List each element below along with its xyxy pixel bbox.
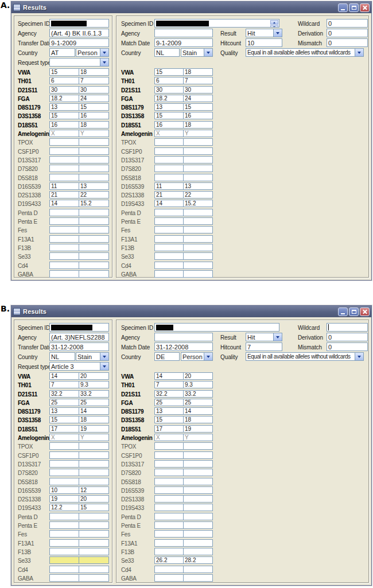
allele-input[interactable] bbox=[79, 252, 109, 260]
allele-input[interactable]: 25 bbox=[49, 399, 79, 406]
allele-input[interactable]: 33.2 bbox=[79, 390, 109, 398]
allele-input[interactable] bbox=[79, 235, 109, 243]
agency-input[interactable] bbox=[154, 333, 213, 341]
allele-input[interactable] bbox=[79, 539, 109, 547]
transfer-date-input[interactable]: 31-12-2008 bbox=[49, 342, 109, 351]
dropdown-button[interactable] bbox=[355, 48, 364, 57]
allele-input[interactable]: 20 bbox=[79, 495, 109, 503]
allele-input[interactable] bbox=[79, 530, 109, 538]
dropdown-button[interactable] bbox=[355, 352, 364, 361]
specimen-id-input[interactable] bbox=[154, 323, 279, 332]
allele-input[interactable] bbox=[79, 217, 109, 225]
allele-input[interactable]: 6 bbox=[49, 77, 79, 84]
allele-input[interactable] bbox=[79, 165, 109, 172]
allele-input[interactable]: 15.2 bbox=[183, 200, 213, 207]
country-code-input[interactable]: NL bbox=[49, 352, 75, 361]
allele-input[interactable] bbox=[79, 513, 109, 520]
allele-input[interactable] bbox=[79, 174, 109, 181]
allele-input[interactable]: 22 bbox=[183, 191, 213, 198]
allele-input[interactable] bbox=[154, 244, 184, 251]
dropdown-button[interactable] bbox=[100, 362, 109, 371]
allele-input[interactable]: 15 bbox=[183, 103, 213, 111]
allele-input[interactable] bbox=[154, 513, 184, 520]
allele-input[interactable] bbox=[49, 460, 79, 468]
mismatch-input[interactable]: 0 bbox=[327, 342, 368, 351]
match-date-input[interactable]: 31-12-2008 bbox=[154, 342, 213, 351]
country-code-input[interactable]: DE bbox=[154, 352, 180, 361]
maximize-button[interactable] bbox=[349, 3, 359, 12]
allele-input[interactable]: 16 bbox=[49, 121, 79, 128]
allele-input[interactable]: 9.3 bbox=[183, 381, 213, 388]
dropdown-button[interactable] bbox=[273, 29, 282, 37]
allele-input[interactable]: 30 bbox=[154, 86, 184, 94]
allele-input[interactable] bbox=[154, 226, 184, 233]
allele-input[interactable] bbox=[79, 521, 109, 529]
allele-input[interactable]: X bbox=[49, 434, 79, 441]
allele-input[interactable] bbox=[79, 244, 109, 251]
allele-input[interactable]: 18.2 bbox=[154, 95, 184, 102]
allele-input[interactable]: Y bbox=[79, 130, 109, 137]
allele-input[interactable]: 18 bbox=[183, 416, 213, 423]
specimen-kind-dropdown[interactable]: Stain bbox=[76, 352, 109, 361]
allele-input[interactable]: 18 bbox=[79, 121, 109, 128]
allele-input[interactable]: 32.2 bbox=[49, 390, 79, 398]
hitcount-input[interactable]: 7 bbox=[246, 342, 282, 351]
allele-input[interactable] bbox=[49, 566, 79, 573]
allele-input[interactable] bbox=[49, 530, 79, 538]
close-button[interactable] bbox=[360, 307, 370, 316]
allele-input[interactable]: 18.2 bbox=[49, 95, 79, 102]
allele-input[interactable] bbox=[49, 469, 79, 476]
allele-input[interactable] bbox=[183, 156, 213, 163]
allele-input[interactable] bbox=[79, 226, 109, 233]
specimen-id-input[interactable] bbox=[49, 323, 109, 332]
specimen-id-input[interactable] bbox=[49, 19, 109, 28]
allele-input[interactable] bbox=[79, 209, 109, 216]
allele-input[interactable]: 21 bbox=[154, 191, 184, 198]
allele-input[interactable]: 11 bbox=[49, 182, 79, 190]
specimen-kind-dropdown[interactable]: Person bbox=[76, 48, 109, 57]
maximize-button[interactable] bbox=[349, 307, 359, 316]
allele-input[interactable]: 20 bbox=[183, 372, 213, 380]
allele-input[interactable] bbox=[49, 252, 79, 260]
allele-input[interactable]: 15 bbox=[154, 416, 184, 423]
allele-input[interactable] bbox=[183, 504, 213, 511]
allele-input[interactable]: 14 bbox=[49, 200, 79, 207]
allele-input[interactable] bbox=[79, 262, 109, 269]
allele-input[interactable]: 26.2 bbox=[154, 556, 184, 564]
allele-input[interactable] bbox=[49, 556, 79, 564]
allele-input[interactable]: 12 bbox=[79, 486, 109, 494]
allele-input[interactable] bbox=[49, 574, 79, 582]
allele-input[interactable] bbox=[183, 138, 213, 146]
allele-input[interactable]: 32.2 bbox=[154, 390, 184, 398]
dropdown-button[interactable] bbox=[100, 352, 109, 361]
allele-input[interactable] bbox=[49, 226, 79, 233]
allele-input[interactable] bbox=[49, 270, 79, 278]
allele-input[interactable]: 19 bbox=[183, 425, 213, 433]
allele-input[interactable]: 14 bbox=[183, 407, 213, 415]
allele-input[interactable] bbox=[183, 469, 213, 476]
allele-input[interactable]: 21 bbox=[49, 191, 79, 198]
allele-input[interactable] bbox=[183, 486, 213, 494]
allele-input[interactable] bbox=[49, 174, 79, 181]
allele-input[interactable] bbox=[154, 156, 184, 163]
allele-input[interactable]: 25 bbox=[183, 399, 213, 406]
allele-input[interactable]: 28.2 bbox=[183, 556, 213, 564]
wildcard-input[interactable] bbox=[327, 323, 368, 332]
allele-input[interactable] bbox=[154, 495, 184, 503]
allele-input[interactable] bbox=[49, 147, 79, 155]
allele-input[interactable] bbox=[49, 521, 79, 529]
allele-input[interactable]: 12.2 bbox=[49, 504, 79, 511]
allele-input[interactable] bbox=[49, 513, 79, 520]
request-type-dropdown[interactable]: Article 3 bbox=[49, 362, 109, 371]
allele-input[interactable] bbox=[154, 469, 184, 476]
allele-input[interactable] bbox=[79, 478, 109, 485]
allele-input[interactable] bbox=[183, 252, 213, 260]
allele-input[interactable]: 7 bbox=[183, 77, 213, 84]
allele-input[interactable] bbox=[183, 270, 213, 278]
allele-input[interactable] bbox=[79, 556, 109, 564]
allele-input[interactable] bbox=[154, 209, 184, 216]
allele-input[interactable] bbox=[79, 147, 109, 155]
agency-input[interactable]: (Art. 3)NEFLS2288 bbox=[49, 333, 109, 341]
allele-input[interactable] bbox=[79, 451, 109, 459]
spinner-up-button[interactable] bbox=[270, 20, 278, 25]
